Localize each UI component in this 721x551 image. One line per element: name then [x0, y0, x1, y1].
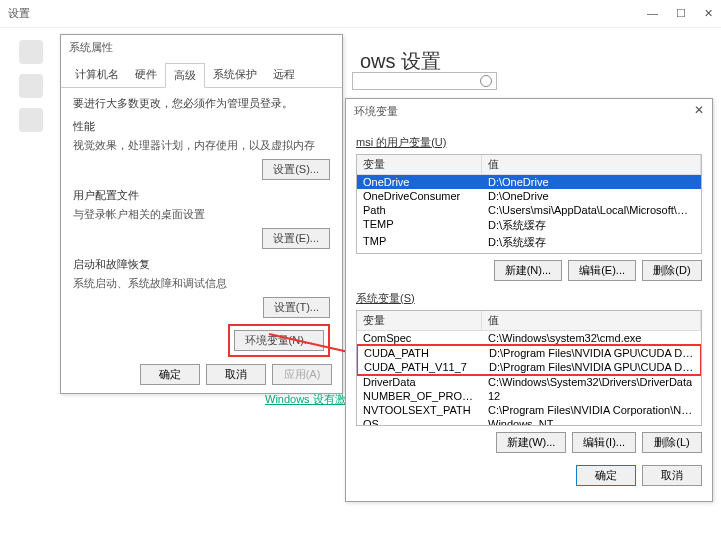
sys-cancel-button[interactable]: 取消	[206, 364, 266, 385]
table-row[interactable]: OneDriveConsumerD:\OneDrive	[357, 189, 701, 203]
table-row[interactable]: TEMPD:\系统缓存	[357, 217, 701, 234]
var-value: D:\系统缓存	[482, 235, 701, 250]
var-value: D:\OneDrive	[482, 176, 701, 188]
sys-dialog-title: 系统属性	[61, 35, 342, 59]
sys-tab[interactable]: 系统保护	[205, 63, 265, 87]
window-controls: — ☐ ✕	[647, 7, 713, 20]
perf-title: 性能	[73, 119, 330, 134]
var-name: CUDA_PATH_V11_7	[358, 361, 483, 373]
minimize-button[interactable]: —	[647, 7, 658, 20]
var-value: D:\Program Files\NVIDIA GPU\CUDA Develop…	[483, 361, 700, 373]
sys-edit-button[interactable]: 编辑(I)...	[572, 432, 636, 453]
sys-tab[interactable]: 硬件	[127, 63, 165, 87]
var-name: TMP	[357, 235, 482, 250]
env-cancel-button[interactable]: 取消	[642, 465, 702, 486]
user-new-button[interactable]: 新建(N)...	[494, 260, 562, 281]
admin-notice: 要进行大多数更改，您必须作为管理员登录。	[73, 96, 330, 111]
var-name: ComSpec	[357, 332, 482, 344]
table-row[interactable]: OSWindows_NT	[357, 417, 701, 426]
var-name: CUDA_PATH	[358, 347, 483, 359]
sys-dialog-footer: 确定 取消 应用(A)	[140, 364, 332, 385]
table-row[interactable]: DriverDataC:\Windows\System32\Drivers\Dr…	[357, 375, 701, 389]
env-dialog-title: 环境变量	[346, 99, 712, 123]
sys-ok-button[interactable]: 确定	[140, 364, 200, 385]
sys-vars-table[interactable]: 变量 值 ComSpecC:\Windows\system32\cmd.exeC…	[356, 310, 702, 426]
var-value: D:\Program Files\NVIDIA GPU\CUDA Develop…	[483, 347, 700, 359]
perf-desc: 视觉效果，处理器计划，内存使用，以及虚拟内存	[73, 138, 330, 153]
env-variables-dialog: 环境变量 ✕ msi 的用户变量(U) 变量 值 OneDriveD:\OneD…	[345, 98, 713, 502]
col-val: 值	[482, 155, 701, 174]
col-var: 变量	[357, 155, 482, 174]
var-name: OS	[357, 418, 482, 426]
var-name: OneDrive	[357, 176, 482, 188]
var-value: D:\系统缓存	[482, 218, 701, 233]
col-val: 值	[482, 311, 701, 330]
var-value: D:\OneDrive	[482, 190, 701, 202]
env-variables-button[interactable]: 环境变量(N)...	[234, 330, 324, 351]
sys-new-button[interactable]: 新建(W)...	[496, 432, 567, 453]
sys-apply-button[interactable]: 应用(A)	[272, 364, 332, 385]
table-row[interactable]: NUMBER_OF_PROCESSORS12	[357, 389, 701, 403]
var-value: 12	[482, 390, 701, 402]
system-properties-dialog: 系统属性 计算机名硬件高级系统保护远程 要进行大多数更改，您必须作为管理员登录。…	[60, 34, 343, 394]
startup-settings-button[interactable]: 设置(T)...	[263, 297, 330, 318]
col-var: 变量	[357, 311, 482, 330]
var-name: DriverData	[357, 376, 482, 388]
sys-tab-body: 要进行大多数更改，您必须作为管理员登录。 性能 视觉效果，处理器计划，内存使用，…	[61, 88, 342, 371]
sys-delete-button[interactable]: 删除(L)	[642, 432, 702, 453]
main-titlebar: 设置 — ☐ ✕	[0, 0, 721, 28]
var-value: C:\Users\msi\AppData\Local\Microsoft\Win…	[482, 204, 701, 216]
profile-desc: 与登录帐户相关的桌面设置	[73, 207, 330, 222]
user-vars-table[interactable]: 变量 值 OneDriveD:\OneDriveOneDriveConsumer…	[356, 154, 702, 254]
main-title: 设置	[8, 6, 647, 21]
table-row[interactable]: ComSpecC:\Windows\system32\cmd.exe	[357, 331, 701, 345]
sidebar	[8, 30, 54, 142]
var-name: NVTOOLSEXT_PATH	[357, 404, 482, 416]
perf-settings-button[interactable]: 设置(S)...	[262, 159, 330, 180]
maximize-button[interactable]: ☐	[676, 7, 686, 20]
env-close-icon[interactable]: ✕	[694, 103, 704, 117]
profile-title: 用户配置文件	[73, 188, 330, 203]
sys-tab[interactable]: 计算机名	[67, 63, 127, 87]
sys-tabs: 计算机名硬件高级系统保护远程	[61, 63, 342, 88]
close-button[interactable]: ✕	[704, 7, 713, 20]
search-input[interactable]	[352, 72, 497, 90]
sidebar-icon[interactable]	[19, 40, 43, 64]
var-value: Windows_NT	[482, 418, 701, 426]
user-delete-button[interactable]: 删除(D)	[642, 260, 702, 281]
profile-settings-button[interactable]: 设置(E)...	[262, 228, 330, 249]
var-name: OneDriveConsumer	[357, 190, 482, 202]
table-row[interactable]: CUDA_PATH_V11_7D:\Program Files\NVIDIA G…	[358, 360, 700, 374]
var-value: C:\Windows\system32\cmd.exe	[482, 332, 701, 344]
table-row[interactable]: OneDriveD:\OneDrive	[357, 175, 701, 189]
var-name: TEMP	[357, 218, 482, 233]
var-name: Path	[357, 204, 482, 216]
cuda-highlight-box: CUDA_PATHD:\Program Files\NVIDIA GPU\CUD…	[356, 344, 702, 376]
table-row[interactable]: NVTOOLSEXT_PATHC:\Program Files\NVIDIA C…	[357, 403, 701, 417]
sidebar-icon[interactable]	[19, 108, 43, 132]
startup-title: 启动和故障恢复	[73, 257, 330, 272]
startup-desc: 系统启动、系统故障和调试信息	[73, 276, 330, 291]
sidebar-icon[interactable]	[19, 74, 43, 98]
table-row[interactable]: PathC:\Users\msi\AppData\Local\Microsoft…	[357, 203, 701, 217]
table-row[interactable]: CUDA_PATHD:\Program Files\NVIDIA GPU\CUD…	[358, 346, 700, 360]
var-value: C:\Program Files\NVIDIA Corporation\NvTo…	[482, 404, 701, 416]
sys-tab[interactable]: 远程	[265, 63, 303, 87]
user-edit-button[interactable]: 编辑(E)...	[568, 260, 636, 281]
env-button-highlight: 环境变量(N)...	[228, 324, 330, 357]
sys-vars-label: 系统变量(S)	[356, 291, 702, 306]
user-vars-label: msi 的用户变量(U)	[356, 135, 702, 150]
sys-tab[interactable]: 高级	[165, 63, 205, 88]
env-ok-button[interactable]: 确定	[576, 465, 636, 486]
table-row[interactable]: TMPD:\系统缓存	[357, 234, 701, 251]
var-name: NUMBER_OF_PROCESSORS	[357, 390, 482, 402]
var-value: C:\Windows\System32\Drivers\DriverData	[482, 376, 701, 388]
